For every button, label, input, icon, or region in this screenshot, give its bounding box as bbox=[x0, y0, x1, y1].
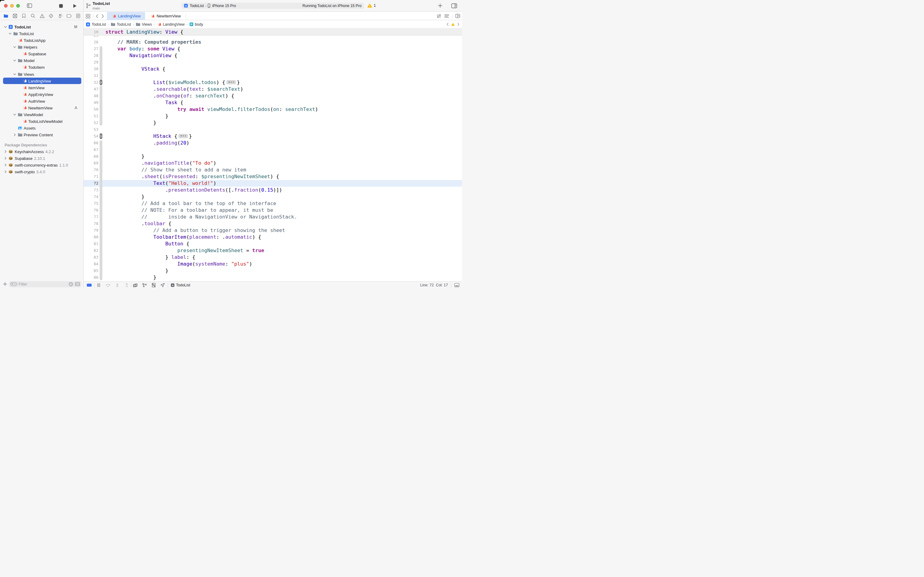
folded-code-pill[interactable] bbox=[226, 80, 236, 84]
breadcrumb-todolist[interactable]: ATodoList bbox=[86, 22, 106, 27]
code-line-73[interactable]: 73 .presentationDetents([.fraction(0.15)… bbox=[84, 187, 462, 193]
code-line-79[interactable]: 79 // Add a button to trigger showing th… bbox=[84, 227, 462, 234]
fold-ribbon[interactable] bbox=[100, 66, 102, 73]
fold-ribbon[interactable] bbox=[100, 254, 102, 261]
fold-ribbon[interactable] bbox=[100, 73, 102, 79]
code-line-69[interactable]: 69 .navigationTitle("To do") bbox=[84, 160, 462, 166]
fold-ribbon[interactable] bbox=[100, 106, 102, 113]
code-line-48[interactable]: 48 .onChange(of: searchText) { bbox=[84, 93, 462, 99]
code-line-86[interactable]: 86 } bbox=[84, 274, 462, 281]
fold-ribbon[interactable] bbox=[100, 180, 102, 187]
view-hierarchy-icon[interactable] bbox=[133, 283, 138, 288]
memory-graph-icon[interactable] bbox=[142, 283, 146, 287]
fold-ribbon[interactable] bbox=[100, 227, 102, 234]
disclosure-chevron[interactable] bbox=[5, 157, 6, 160]
fold-ribbon[interactable] bbox=[100, 160, 102, 166]
fold-ribbon[interactable] bbox=[100, 119, 102, 126]
scheme-project-label[interactable]: TodoList bbox=[190, 4, 204, 8]
code-line-53[interactable]: 53 bbox=[84, 126, 462, 133]
disclosure-chevron[interactable] bbox=[14, 46, 16, 48]
bookmarks-icon[interactable] bbox=[22, 14, 26, 18]
code-review-icon[interactable] bbox=[436, 14, 441, 18]
toggle-right-sidebar-icon[interactable] bbox=[451, 3, 457, 8]
code-line-50[interactable]: 50 try await viewModel.filterTodos(on: s… bbox=[84, 106, 462, 113]
disclosure-chevron[interactable] bbox=[14, 113, 16, 116]
code-line-47[interactable]: 47 .searchable(text: $searchText) bbox=[84, 86, 462, 93]
disclosure-chevron[interactable] bbox=[5, 163, 6, 166]
collapsed-fold-marker[interactable] bbox=[100, 133, 102, 139]
package-item-swift-crypto[interactable]: swift-crypto3.4.0 bbox=[0, 168, 84, 175]
project-navigator-icon[interactable] bbox=[4, 14, 8, 18]
sidebar-item-todolistviewmodel[interactable]: TodoListViewModel bbox=[0, 118, 84, 125]
scheme-selector[interactable]: A TodoList › iPhone 15 Pro Running TodoL… bbox=[182, 3, 364, 9]
code-line-30[interactable]: 30 VStack { bbox=[84, 66, 462, 73]
pause-icon[interactable] bbox=[97, 283, 100, 287]
recent-files-icon[interactable] bbox=[69, 282, 73, 286]
debug-icon[interactable] bbox=[58, 14, 63, 18]
folded-code-pill[interactable] bbox=[179, 134, 188, 138]
fold-ribbon[interactable] bbox=[100, 220, 102, 227]
running-app-label[interactable]: TodoList bbox=[176, 283, 190, 287]
code-line-78[interactable]: 78 .toolbar { bbox=[84, 220, 462, 227]
fold-ribbon[interactable] bbox=[100, 173, 102, 180]
code-line-80[interactable]: 80 ToolbarItem(placement: .automatic) { bbox=[84, 234, 462, 240]
sidebar-item-supabase[interactable]: Supabase bbox=[0, 50, 84, 57]
fold-ribbon[interactable] bbox=[100, 240, 102, 247]
sidebar-item-preview-content[interactable]: Preview Content bbox=[0, 131, 84, 138]
package-item-supabase[interactable]: Supabase2.10.1 bbox=[0, 155, 84, 162]
tab-newitemview[interactable]: NewItemView bbox=[145, 12, 186, 20]
code-line-49[interactable]: 49 Task { bbox=[84, 99, 462, 106]
filter-field[interactable]: Filter bbox=[9, 281, 82, 287]
adjust-editor-icon[interactable] bbox=[444, 14, 449, 18]
back-icon[interactable] bbox=[96, 14, 98, 18]
fold-ribbon[interactable] bbox=[100, 166, 102, 173]
code-line-71[interactable]: 71 .sheet(isPresented: $presentingNewIte… bbox=[84, 173, 462, 180]
code-line-66[interactable]: 66 .padding(20) bbox=[84, 140, 462, 147]
fold-ribbon[interactable] bbox=[100, 153, 102, 160]
editor-only-mode-icon[interactable] bbox=[454, 283, 459, 287]
sidebar-item-assets[interactable]: Assets bbox=[0, 125, 84, 131]
fold-ribbon[interactable] bbox=[100, 46, 102, 52]
fold-ribbon[interactable] bbox=[100, 247, 102, 254]
code-editor[interactable]: 2526 // MARK: Computed properties27 var … bbox=[84, 29, 462, 282]
code-line-31[interactable]: 31 bbox=[84, 73, 462, 79]
code-line-51[interactable]: 51 } bbox=[84, 113, 462, 119]
toggle-left-sidebar-icon[interactable] bbox=[27, 3, 32, 8]
fold-ribbon[interactable] bbox=[100, 93, 102, 99]
fold-ribbon[interactable] bbox=[100, 147, 102, 153]
breadcrumb-body[interactable]: Pbody bbox=[190, 22, 203, 27]
disclosure-chevron[interactable] bbox=[9, 32, 11, 35]
sidebar-item-todolistapp[interactable]: TodoListApp bbox=[0, 37, 84, 44]
code-line-74[interactable]: 74 } bbox=[84, 193, 462, 200]
zoom-button[interactable] bbox=[16, 4, 20, 8]
sidebar-item-viewmodel[interactable]: ViewModel bbox=[0, 111, 84, 118]
code-line-72[interactable]: 72 Text("Hello, world!") bbox=[84, 180, 462, 187]
scheme-device-label[interactable]: iPhone 15 Pro bbox=[212, 4, 236, 8]
tab-landingview[interactable]: LandingView bbox=[107, 12, 145, 20]
sidebar-item-appentryview[interactable]: AppEntryView bbox=[0, 91, 84, 98]
code-line-68[interactable]: 68 } bbox=[84, 153, 462, 160]
disclosure-chevron[interactable] bbox=[5, 170, 6, 173]
sidebar-item-helpers[interactable]: Helpers bbox=[0, 44, 84, 50]
code-line-76[interactable]: 76 // NOTE: For a toolbar to appear, it … bbox=[84, 207, 462, 214]
breakpoints-icon[interactable] bbox=[67, 14, 71, 18]
add-editor-icon[interactable] bbox=[455, 14, 460, 18]
fold-ribbon[interactable] bbox=[100, 214, 102, 220]
code-line-83[interactable]: 83 } label: { bbox=[84, 254, 462, 261]
environment-overrides-icon[interactable] bbox=[151, 283, 156, 288]
sidebar-item-landingview[interactable]: LandingView bbox=[0, 77, 84, 84]
forward-icon[interactable] bbox=[101, 14, 104, 18]
prev-issue-icon[interactable] bbox=[446, 23, 449, 26]
source-control-icon[interactable] bbox=[13, 14, 17, 18]
fold-ribbon[interactable] bbox=[100, 99, 102, 106]
fold-ribbon[interactable] bbox=[100, 113, 102, 119]
sidebar-item-todoitem[interactable]: TodoItem bbox=[0, 64, 84, 71]
code-line-85[interactable]: 85 } bbox=[84, 268, 462, 274]
code-line-28[interactable]: 28 NavigationView { bbox=[84, 52, 462, 59]
sidebar-item-views[interactable]: Views bbox=[0, 71, 84, 77]
fold-ribbon[interactable] bbox=[100, 187, 102, 193]
breadcrumb-landingview[interactable]: LandingView bbox=[157, 22, 185, 27]
disclosure-chevron[interactable] bbox=[5, 150, 6, 153]
code-line-52[interactable]: 52 } bbox=[84, 119, 462, 126]
code-line-70[interactable]: 70 // Show the sheet to add a new item bbox=[84, 166, 462, 173]
